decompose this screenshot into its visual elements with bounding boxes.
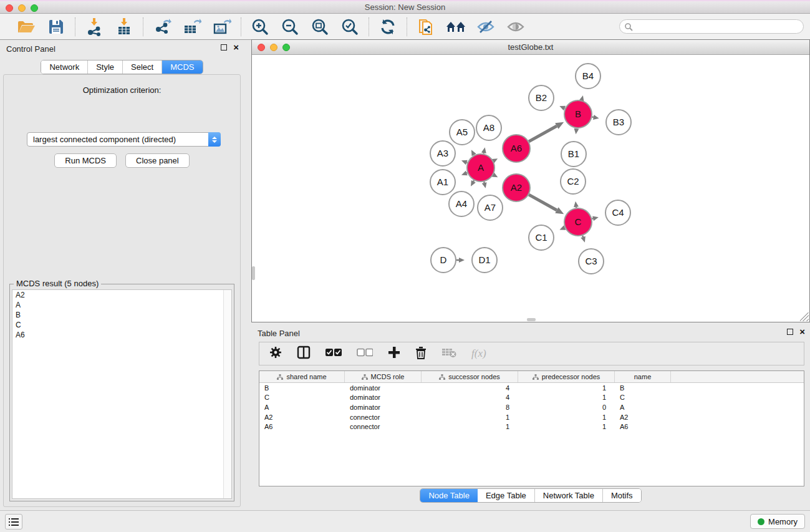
network-canvas[interactable]: AA1A2A3A4A5A6A7A8BB1B2B3B4CC1C2C3C4DD1 bbox=[252, 55, 809, 322]
column-header[interactable]: name bbox=[615, 371, 671, 382]
tab-style[interactable]: Style bbox=[88, 60, 123, 74]
network-window-titlebar[interactable]: testGlobe.txt bbox=[252, 40, 809, 55]
run-mcds-button[interactable]: Run MCDS bbox=[54, 153, 117, 168]
table-cell[interactable]: 1 bbox=[422, 414, 518, 421]
mcds-result-item[interactable]: A bbox=[12, 300, 231, 310]
table-cell[interactable]: 8 bbox=[422, 404, 518, 411]
network-hscrollbar[interactable] bbox=[527, 318, 536, 321]
graph-edge[interactable] bbox=[582, 236, 583, 237]
table-row[interactable]: A2connector11A2 bbox=[259, 412, 804, 422]
import-network-icon[interactable] bbox=[84, 17, 105, 37]
close-panel-icon[interactable]: × bbox=[233, 44, 239, 51]
table-cell[interactable]: 1 bbox=[518, 414, 615, 421]
home-icon[interactable] bbox=[445, 17, 466, 37]
table-cell[interactable]: connector bbox=[345, 414, 422, 421]
table-cell[interactable]: dominator bbox=[345, 384, 422, 392]
float-panel-icon[interactable] bbox=[221, 44, 227, 51]
network-maximize-icon[interactable] bbox=[282, 44, 290, 51]
tab-network[interactable]: Network bbox=[41, 60, 88, 74]
open-session-icon[interactable] bbox=[16, 17, 37, 37]
mcds-list-scrollbar[interactable] bbox=[223, 290, 231, 498]
search-input[interactable] bbox=[635, 21, 803, 32]
table-cell[interactable]: A bbox=[615, 404, 671, 411]
table-cell[interactable]: dominator bbox=[345, 404, 422, 411]
select-all-rows-icon[interactable] bbox=[325, 348, 342, 359]
column-header[interactable]: MCDS role bbox=[345, 371, 422, 382]
maximize-window-icon[interactable] bbox=[31, 4, 38, 12]
table-cell[interactable]: 0 bbox=[518, 404, 615, 411]
column-header[interactable]: successor nodes bbox=[422, 371, 518, 382]
hide-graphics-details-icon[interactable] bbox=[475, 17, 496, 37]
close-window-icon[interactable] bbox=[6, 4, 13, 12]
graph-edge[interactable] bbox=[473, 180, 474, 181]
delete-column-icon[interactable] bbox=[415, 346, 427, 362]
deselect-all-rows-icon[interactable] bbox=[357, 348, 373, 359]
network-vscrollbar[interactable] bbox=[252, 266, 255, 280]
import-table-icon[interactable] bbox=[113, 17, 135, 37]
table-cell[interactable]: A2 bbox=[615, 414, 671, 421]
table-cell[interactable]: A2 bbox=[259, 414, 345, 421]
memory-button[interactable]: Memory bbox=[750, 514, 805, 529]
zoom-selected-icon[interactable] bbox=[339, 17, 360, 37]
graph-edge[interactable] bbox=[529, 126, 557, 142]
refresh-layout-icon[interactable] bbox=[377, 17, 398, 37]
float-table-panel-icon[interactable] bbox=[787, 329, 793, 335]
export-network-icon[interactable] bbox=[152, 17, 173, 37]
task-history-button[interactable] bbox=[5, 514, 22, 530]
table-cell[interactable]: B bbox=[615, 384, 671, 392]
table-row[interactable]: Cdominator41C bbox=[259, 393, 804, 403]
table-cell[interactable]: 1 bbox=[518, 384, 615, 392]
zoom-in-icon[interactable] bbox=[249, 17, 271, 37]
network-from-selection-icon[interactable] bbox=[415, 17, 436, 37]
save-session-icon[interactable] bbox=[46, 17, 67, 37]
settings-gear-icon[interactable] bbox=[269, 346, 282, 361]
table-cell[interactable]: 4 bbox=[422, 394, 518, 401]
table-cell[interactable]: 4 bbox=[422, 384, 518, 392]
optimization-criterion-select[interactable]: largest connected component (directed) bbox=[27, 132, 221, 147]
export-image-icon[interactable] bbox=[211, 17, 233, 37]
table-cell[interactable]: dominator bbox=[345, 394, 422, 401]
node-table[interactable]: shared nameMCDS rolesuccessor nodesprede… bbox=[259, 370, 804, 486]
table-cell[interactable]: 1 bbox=[518, 394, 615, 401]
graph-edge[interactable] bbox=[529, 195, 557, 210]
search-box[interactable] bbox=[619, 19, 804, 34]
network-close-icon[interactable] bbox=[258, 44, 265, 51]
mcds-result-item[interactable]: B bbox=[12, 310, 231, 320]
table-row[interactable]: Bdominator41B bbox=[259, 383, 804, 393]
delete-table-icon[interactable] bbox=[441, 347, 456, 360]
tab-network-table[interactable]: Network Table bbox=[535, 489, 603, 502]
table-cell[interactable]: C bbox=[259, 394, 345, 401]
table-cell[interactable]: connector bbox=[345, 423, 422, 430]
column-view-icon[interactable] bbox=[297, 346, 311, 362]
table-row[interactable]: Adominator80A bbox=[259, 402, 804, 412]
zoom-out-icon[interactable] bbox=[279, 17, 301, 37]
minimize-window-icon[interactable] bbox=[18, 4, 26, 12]
table-cell[interactable]: B bbox=[259, 384, 345, 392]
tab-select[interactable]: Select bbox=[123, 60, 162, 74]
close-panel-button[interactable]: Close panel bbox=[125, 153, 190, 168]
close-table-panel-icon[interactable]: × bbox=[799, 329, 805, 335]
show-graphics-details-icon[interactable] bbox=[505, 17, 526, 37]
table-cell[interactable]: A bbox=[259, 404, 345, 411]
tab-motifs[interactable]: Motifs bbox=[603, 489, 641, 502]
mcds-result-list[interactable]: A2ABCA6 bbox=[12, 289, 232, 499]
export-table-icon[interactable] bbox=[181, 17, 203, 37]
add-column-icon[interactable] bbox=[388, 346, 400, 361]
mcds-result-item[interactable]: A6 bbox=[12, 330, 231, 340]
column-header[interactable]: shared name bbox=[259, 371, 345, 382]
table-row[interactable]: A6connector11A6 bbox=[259, 422, 804, 432]
column-header[interactable]: predecessor nodes bbox=[518, 371, 615, 382]
network-resize-grip[interactable] bbox=[800, 312, 809, 321]
table-cell[interactable]: C bbox=[615, 394, 671, 401]
network-minimize-icon[interactable] bbox=[270, 44, 277, 51]
mcds-result-item[interactable]: C bbox=[12, 320, 231, 330]
table-cell[interactable]: 1 bbox=[518, 423, 615, 430]
tab-edge-table[interactable]: Edge Table bbox=[478, 489, 535, 502]
table-cell[interactable]: 1 bbox=[422, 423, 518, 430]
tab-mcds[interactable]: MCDS bbox=[162, 60, 202, 74]
function-builder-icon[interactable]: f(x) bbox=[471, 347, 486, 360]
mcds-result-item[interactable]: A2 bbox=[12, 290, 231, 300]
table-cell[interactable]: A6 bbox=[259, 423, 345, 430]
table-cell[interactable]: A6 bbox=[615, 423, 671, 430]
tab-node-table[interactable]: Node Table bbox=[420, 489, 478, 502]
